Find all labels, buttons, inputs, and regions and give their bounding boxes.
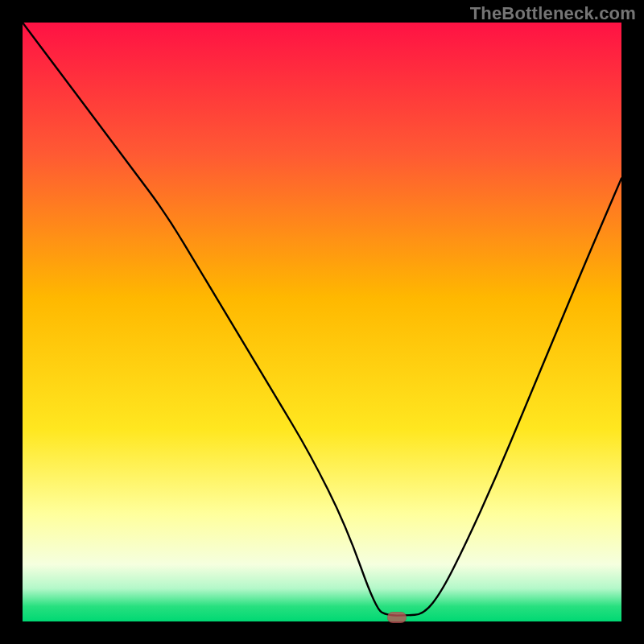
chart-frame: TheBottleneck.com: [0, 0, 644, 644]
svg-rect-0: [23, 23, 621, 621]
plot-area: [23, 23, 621, 621]
watermark-text: TheBottleneck.com: [470, 3, 636, 24]
optimum-marker: [387, 612, 407, 623]
background-gradient: [23, 23, 621, 621]
